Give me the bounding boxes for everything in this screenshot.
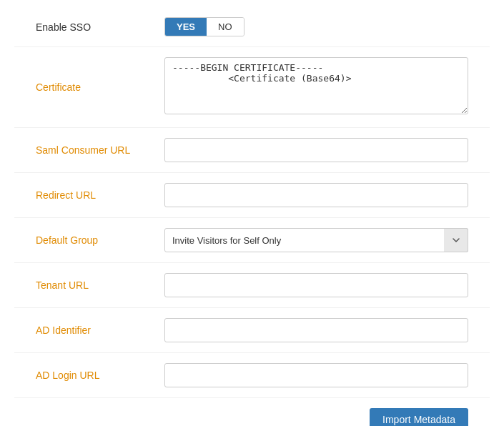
- certificate-textarea[interactable]: <span class="cert-line1">-----BEGIN CERT…: [164, 57, 468, 114]
- tenant-url-field: [164, 273, 468, 297]
- footer-row: Import Metadata: [14, 401, 490, 426]
- tenant-url-input[interactable]: [164, 273, 468, 297]
- certificate-row: Certificate <span class="cert-line1">---…: [14, 47, 490, 128]
- ad-identifier-row: AD Identifier: [14, 308, 490, 353]
- ad-login-url-row: AD Login URL: [14, 353, 490, 398]
- saml-consumer-url-field: [164, 138, 468, 162]
- enable-sso-row: Enable SSO YES NO: [14, 7, 490, 47]
- tenant-url-label: Tenant URL: [36, 279, 164, 291]
- ad-identifier-field: [164, 318, 468, 342]
- ad-identifier-label: AD Identifier: [36, 325, 164, 336]
- ad-login-url-field: [164, 363, 468, 387]
- import-metadata-button[interactable]: Import Metadata: [370, 408, 468, 426]
- default-group-select[interactable]: Invite Visitors for Self Only All Visito…: [164, 228, 468, 252]
- redirect-url-field: [164, 183, 468, 207]
- sso-toggle: YES NO: [164, 17, 244, 36]
- redirect-url-input[interactable]: [164, 183, 468, 207]
- default-group-label: Default Group: [36, 234, 164, 246]
- saml-consumer-url-label: Saml Consumer URL: [36, 144, 164, 156]
- redirect-url-row: Redirect URL: [14, 173, 490, 218]
- saml-consumer-url-input[interactable]: [164, 138, 468, 162]
- redirect-url-label: Redirect URL: [36, 189, 164, 201]
- sso-form: Enable SSO YES NO Certificate <span clas…: [0, 0, 504, 426]
- ad-login-url-label: AD Login URL: [36, 370, 164, 381]
- sso-no-button[interactable]: NO: [207, 18, 244, 36]
- ad-identifier-input[interactable]: [164, 318, 468, 342]
- certificate-field: <span class="cert-line1">-----BEGIN CERT…: [164, 57, 468, 117]
- default-group-row: Default Group Invite Visitors for Self O…: [14, 218, 490, 263]
- default-group-field: Invite Visitors for Self Only All Visito…: [164, 228, 468, 252]
- sso-yes-button[interactable]: YES: [165, 18, 207, 36]
- ad-login-url-input[interactable]: [164, 363, 468, 387]
- enable-sso-label: Enable SSO: [36, 21, 164, 33]
- tenant-url-row: Tenant URL: [14, 263, 490, 308]
- saml-consumer-url-row: Saml Consumer URL: [14, 128, 490, 173]
- certificate-label: Certificate: [36, 81, 164, 93]
